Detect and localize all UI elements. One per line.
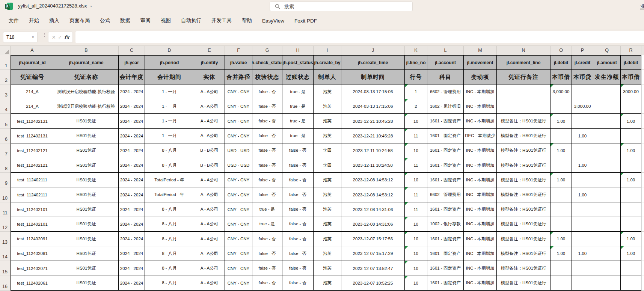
cell-O3[interactable]: 3,000.00 bbox=[550, 84, 572, 99]
cell-B15[interactable]: HS01凭证 bbox=[54, 261, 119, 276]
cell-L5[interactable]: 1601 - 固定资产 bbox=[427, 114, 464, 128]
cell-G12[interactable]: true - 是 bbox=[252, 217, 282, 232]
row-header-13[interactable]: 13 bbox=[0, 232, 11, 246]
cell-P10[interactable]: 1.00 bbox=[572, 187, 593, 202]
cell-I5[interactable]: 泡芙 bbox=[314, 114, 341, 128]
cell-G5[interactable]: false - 否 bbox=[252, 114, 282, 128]
cell-F4[interactable]: CNY - CNY bbox=[225, 99, 252, 114]
cell-H15[interactable]: false - 否 bbox=[282, 261, 314, 276]
cell-C2[interactable]: 会计年度 bbox=[119, 70, 145, 84]
row-header-10[interactable]: 10 bbox=[0, 187, 11, 202]
cell-P8[interactable]: 1.00 bbox=[572, 158, 593, 173]
cell-D4[interactable]: 1 - 一月 bbox=[145, 99, 194, 114]
cell-E12[interactable]: A - A公司 bbox=[194, 217, 225, 232]
cell-I1[interactable]: jh.create_by bbox=[314, 55, 341, 70]
cell-A4[interactable]: 214_A bbox=[11, 99, 54, 114]
cell-D13[interactable]: 8 - 八月 bbox=[145, 232, 194, 246]
row-header-2[interactable]: 2 bbox=[0, 70, 11, 84]
cell-M12[interactable]: INC - 本期增加 bbox=[464, 217, 497, 232]
cell-K3[interactable]: 1 bbox=[405, 84, 427, 99]
cell-M16[interactable]: INC - 本期增加 bbox=[464, 276, 497, 291]
cancel-entry-icon[interactable]: ✕ bbox=[52, 35, 56, 40]
column-header-I[interactable]: I bbox=[314, 46, 341, 55]
cell-G2[interactable]: 校验状态 bbox=[252, 70, 282, 84]
cell-P1[interactable]: jl.credit bbox=[572, 55, 593, 70]
cell-A16[interactable]: test_112402061 bbox=[11, 276, 54, 291]
cell-E6[interactable]: A - A公司 bbox=[194, 129, 225, 143]
cell-C3[interactable]: 2024 - 2024 bbox=[119, 84, 145, 99]
row-header-11[interactable]: 11 bbox=[0, 202, 11, 217]
cell-E16[interactable]: A - A公司 bbox=[194, 276, 225, 291]
cell-P6[interactable]: 1.00 bbox=[572, 129, 593, 143]
cell-R2[interactable]: 本币借 bbox=[621, 70, 641, 84]
cell-C13[interactable]: 2024 - 2024 bbox=[119, 232, 145, 246]
cell-B16[interactable]: HS01凭证 bbox=[54, 276, 119, 291]
cell-P2[interactable]: 本币贷 bbox=[572, 70, 593, 84]
accept-entry-icon[interactable]: ✓ bbox=[58, 35, 62, 40]
cell-K1[interactable]: jl.line_no bbox=[405, 55, 427, 70]
search-box[interactable] bbox=[270, 2, 413, 11]
cell-M15[interactable]: INC - 本期增加 bbox=[464, 261, 497, 276]
cell-G16[interactable]: false - 否 bbox=[252, 276, 282, 291]
cell-E4[interactable]: A - A公司 bbox=[194, 99, 225, 114]
cell-L16[interactable]: 1601 - 固定资产 bbox=[427, 276, 464, 291]
cell-O12[interactable] bbox=[550, 217, 572, 232]
cell-N11[interactable]: 模型备注：HS01凭证行 bbox=[497, 202, 550, 217]
cell-E1[interactable]: jh.entity bbox=[194, 55, 225, 70]
cell-C12[interactable]: 2024 - 2024 bbox=[119, 217, 145, 232]
cell-E7[interactable]: B - B公司 bbox=[194, 143, 225, 158]
cell-O1[interactable]: jl.debit bbox=[550, 55, 572, 70]
cell-E5[interactable]: A - A公司 bbox=[194, 114, 225, 128]
cell-M4[interactable]: INC - 本期增加 bbox=[464, 99, 497, 114]
cell-F14[interactable]: CNY - CNY bbox=[225, 246, 252, 261]
cell-M11[interactable]: INC - 本期增加 bbox=[464, 202, 497, 217]
cell-Q3[interactable] bbox=[593, 84, 621, 99]
cell-M9[interactable]: INC - 本期增加 bbox=[464, 173, 497, 187]
cell-F7[interactable]: USD - USD bbox=[225, 143, 252, 158]
cell-F11[interactable]: CNY - CNY bbox=[225, 202, 252, 217]
cell-J15[interactable]: 2023-12-07 13:52:47 bbox=[341, 261, 405, 276]
cell-B12[interactable]: HS01凭证 bbox=[54, 217, 119, 232]
column-header-D[interactable]: D bbox=[145, 46, 194, 55]
cell-B11[interactable]: HS01凭证 bbox=[54, 202, 119, 217]
row-header-14[interactable]: 14 bbox=[0, 246, 11, 261]
cell-Q13[interactable] bbox=[593, 232, 621, 246]
cell-R15[interactable] bbox=[621, 261, 641, 276]
row-header-7[interactable]: 7 bbox=[0, 143, 11, 158]
cell-B4[interactable]: 测试没开启校验功能-执行校验 bbox=[54, 99, 119, 114]
menu-item-数据[interactable]: 数据 bbox=[118, 17, 133, 25]
cell-O10[interactable] bbox=[550, 187, 572, 202]
cell-D3[interactable]: 1 - 一月 bbox=[145, 84, 194, 99]
cell-H13[interactable]: false - 否 bbox=[282, 232, 314, 246]
cell-H3[interactable]: true - 是 bbox=[282, 84, 314, 99]
menu-item-开发工具[interactable]: 开发工具 bbox=[209, 17, 234, 25]
cell-C15[interactable]: 2024 - 2024 bbox=[119, 261, 145, 276]
cell-J16[interactable]: 2023-12-07 10:52:25 bbox=[341, 276, 405, 291]
cell-C7[interactable]: 2024 - 2024 bbox=[119, 143, 145, 158]
cell-N14[interactable]: 模型备注：HS01凭证行 bbox=[497, 246, 550, 261]
cell-J5[interactable]: 2023-12-21 10:45:28 bbox=[341, 114, 405, 128]
cell-I12[interactable]: 泡芙 bbox=[314, 217, 341, 232]
cell-C8[interactable]: 2024 - 2024 bbox=[119, 158, 145, 173]
cell-D14[interactable]: 8 - 八月 bbox=[145, 246, 194, 261]
cell-M1[interactable]: jl.movement bbox=[464, 55, 497, 70]
row-header-16[interactable]: 16 bbox=[0, 276, 11, 291]
cell-D9[interactable]: TotalPeriod - 年 bbox=[145, 173, 194, 187]
cell-Q10[interactable] bbox=[593, 187, 621, 202]
cell-P13[interactable] bbox=[572, 232, 593, 246]
cell-F15[interactable]: CNY - CNY bbox=[225, 261, 252, 276]
cell-Q5[interactable] bbox=[593, 114, 621, 128]
cell-B7[interactable]: HS01凭证 bbox=[54, 143, 119, 158]
cell-F1[interactable]: jh.value bbox=[225, 55, 252, 70]
cell-Q11[interactable] bbox=[593, 202, 621, 217]
cell-Q4[interactable] bbox=[593, 99, 621, 114]
cell-L9[interactable]: 1601 - 固定资产 bbox=[427, 173, 464, 187]
menu-item-自动执行[interactable]: 自动执行 bbox=[179, 17, 204, 25]
cell-L13[interactable]: 1601 - 固定资产 bbox=[427, 232, 464, 246]
cell-K8[interactable]: 11 bbox=[405, 158, 427, 173]
cell-I15[interactable]: 泡芙 bbox=[314, 261, 341, 276]
cell-K15[interactable]: 10 bbox=[405, 261, 427, 276]
cell-K10[interactable]: 11 bbox=[405, 187, 427, 202]
cell-D6[interactable]: 1 - 一月 bbox=[145, 129, 194, 143]
cell-O8[interactable] bbox=[550, 158, 572, 173]
